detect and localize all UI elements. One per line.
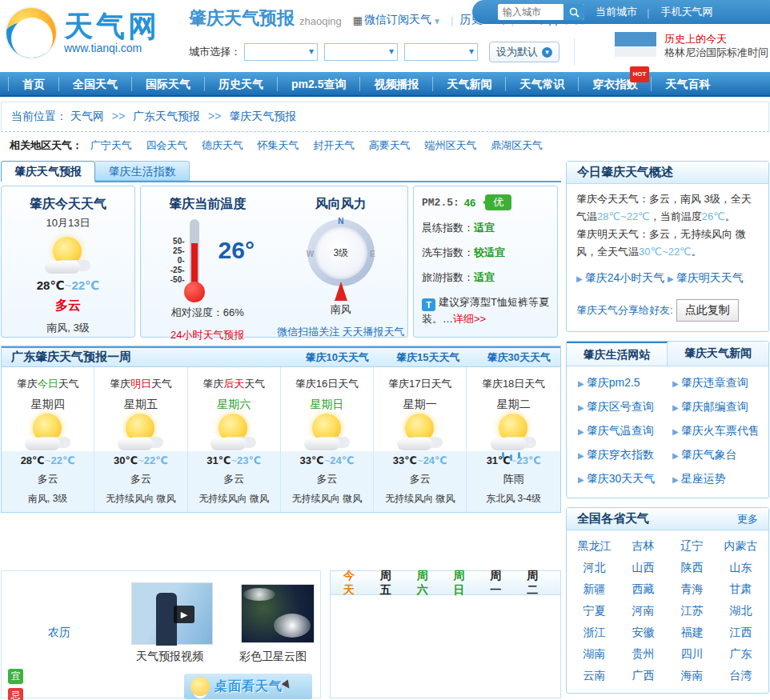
province-link[interactable]: 安徽	[619, 622, 668, 643]
related-link[interactable]: 封开天气	[313, 139, 355, 151]
wechat-subscribe-link[interactable]: 微信订阅天气	[364, 13, 431, 27]
week-column[interactable]: 肇庆16日天气 星期日 33℃~24℃ 多云 无持续风向 微风	[281, 367, 374, 512]
province-link[interactable]: 山东	[716, 557, 765, 578]
breadcrumb-guangdong[interactable]: 广东天气预报	[133, 110, 200, 122]
tab-weather-forecast[interactable]: 肇庆天气预报	[1, 161, 95, 182]
province-link[interactable]: 甘肃	[716, 578, 765, 600]
nav-item-home[interactable]: 首页	[8, 77, 58, 91]
satellite-caption[interactable]: 彩色卫星云图	[239, 650, 307, 664]
province-link[interactable]: 黑龙江	[570, 535, 619, 557]
day-tab-mon[interactable]: 周一	[490, 569, 511, 598]
related-link[interactable]: 怀集天气	[258, 139, 299, 151]
tab-life-sites[interactable]: 肇庆生活网站	[567, 342, 668, 366]
province-link[interactable]: 贵州	[619, 643, 668, 665]
15day-link[interactable]: 肇庆15天天气	[396, 350, 459, 365]
breadcrumb-home[interactable]: 天气网	[70, 110, 104, 122]
province-link[interactable]: 陕西	[668, 557, 716, 578]
province-link[interactable]: 内蒙古	[716, 535, 765, 557]
copy-button[interactable]: 点此复制	[676, 299, 739, 322]
nav-item-international[interactable]: 国际天气	[131, 77, 204, 91]
related-link[interactable]: 四会天气	[146, 139, 187, 151]
nav-item-national[interactable]: 全国天气	[58, 77, 131, 91]
mobile-site-link[interactable]: 手机天气网	[660, 5, 712, 19]
related-link[interactable]: 高要天气	[369, 139, 411, 151]
province-link[interactable]: 新疆	[570, 578, 619, 600]
search-input[interactable]	[498, 4, 563, 20]
province-link[interactable]: 宁夏	[570, 600, 619, 622]
province-link[interactable]: 云南	[570, 665, 619, 686]
week-column[interactable]: 肇庆17日天气 星期一 33℃~24℃ 多云 无持续风向 微风	[374, 367, 467, 512]
history-today-block[interactable]: 历史上的今天 格林尼治国际标准时间	[615, 32, 768, 59]
province-link[interactable]: 湖北	[716, 600, 765, 622]
province-link[interactable]: 河南	[619, 600, 668, 622]
province-link[interactable]: 海南	[668, 665, 716, 686]
breadcrumb-zhaoqing[interactable]: 肇庆天气预报	[229, 110, 296, 122]
province-link[interactable]: 河北	[570, 557, 619, 578]
related-link[interactable]: 鼎湖区天气	[491, 139, 543, 151]
day-tab-sun[interactable]: 周日	[453, 569, 474, 598]
morning-exercise-index[interactable]: 适宜	[474, 222, 495, 234]
more-link[interactable]: 更多	[737, 512, 758, 526]
week-column[interactable]: 肇庆今日天气 星期四 28℃~22℃ 多云 南风, 3级	[2, 367, 94, 512]
site-logo[interactable]: 天气网 www.tianqi.com	[6, 8, 160, 58]
week-column[interactable]: 肇庆18日天气 星期二 31℃~23℃ 阵雨 东北风 3-4级	[467, 367, 559, 512]
province-link[interactable]: 四川	[668, 643, 716, 665]
travel-index[interactable]: 适宜	[474, 271, 495, 283]
nav-item-video[interactable]: 视频播报	[359, 77, 432, 91]
province-link[interactable]: 湖南	[570, 643, 619, 665]
week-column[interactable]: 肇庆后天天气 星期六 31℃~23℃ 多云 无持续风向 微风	[188, 367, 281, 512]
history-today-title[interactable]: 历史上的今天	[664, 32, 768, 46]
related-link[interactable]: 端州区天气	[424, 139, 476, 151]
overview-24h-link[interactable]: ▶肇庆24小时天气	[576, 269, 668, 288]
day-tab-fri[interactable]: 周五	[380, 569, 401, 598]
week-column[interactable]: 肇庆明日天气 星期五 30℃~22℃ 多云 无持续风向 微风	[94, 367, 187, 512]
nav-item-news[interactable]: 天气新闻	[432, 77, 505, 91]
life-link[interactable]: ▶肇庆违章查询	[672, 376, 767, 390]
tab-life-index[interactable]: 肇庆生活指数	[95, 161, 190, 181]
district-select[interactable]	[404, 43, 478, 61]
satellite-thumbnail[interactable]	[241, 584, 315, 643]
life-link[interactable]: ▶肇庆30天天气	[578, 472, 672, 486]
province-select[interactable]	[244, 43, 318, 61]
car-wash-index[interactable]: 较适宜	[474, 246, 505, 258]
current-city-link[interactable]: 当前城市	[596, 5, 637, 19]
10day-link[interactable]: 肇庆10天天气	[306, 350, 369, 365]
nav-item-wiki[interactable]: 天气百科	[651, 77, 724, 91]
province-link[interactable]: 广东	[716, 643, 765, 665]
life-link[interactable]: ▶肇庆火车票代售	[672, 424, 767, 438]
wechat-follow-link[interactable]: 微信扫描关注 天天播报天气	[275, 325, 408, 339]
overview-tomorrow-link[interactable]: ▶肇庆明天天气	[668, 269, 759, 288]
life-link[interactable]: ▶肇庆气象台	[672, 448, 767, 462]
province-link[interactable]: 青海	[668, 578, 716, 600]
30day-link[interactable]: 肇庆30天天气	[487, 350, 551, 365]
search-button[interactable]	[563, 4, 584, 20]
tab-weather-news[interactable]: 肇庆天气新闻	[668, 342, 768, 366]
life-link[interactable]: ▶肇庆pm2.5	[578, 376, 672, 390]
nav-item-pm25[interactable]: pm2.5查询	[277, 77, 359, 91]
nav-item-history[interactable]: 历史天气	[204, 77, 277, 91]
nav-item-dress-index[interactable]: 穿衣指数 HOT	[578, 77, 651, 91]
province-link[interactable]: 福建	[668, 622, 716, 643]
city-select[interactable]	[324, 43, 398, 61]
province-link[interactable]: 山西	[619, 557, 668, 578]
life-link[interactable]: ▶肇庆区号查询	[578, 400, 672, 414]
related-link[interactable]: 德庆天气	[202, 139, 243, 151]
day-tab-today[interactable]: 今天	[343, 569, 364, 598]
province-link[interactable]: 江西	[716, 622, 765, 643]
province-link[interactable]: 广西	[619, 665, 668, 686]
day-tab-tue[interactable]: 周二	[527, 569, 547, 598]
province-link[interactable]: 辽宁	[668, 535, 716, 557]
province-link[interactable]: 台湾	[716, 665, 765, 686]
province-link[interactable]: 吉林	[619, 535, 668, 557]
life-link[interactable]: ▶肇庆气温查询	[578, 424, 672, 438]
province-link[interactable]: 西藏	[619, 578, 668, 600]
set-default-button[interactable]: 设为默认▾	[489, 42, 559, 62]
weather-video-thumbnail[interactable]: ▶	[131, 582, 213, 645]
province-link[interactable]: 江苏	[668, 600, 716, 622]
life-link[interactable]: ▶肇庆邮编查询	[672, 400, 767, 414]
24h-forecast-link[interactable]: 24小时天气预报	[141, 328, 275, 342]
province-link[interactable]: 浙江	[570, 622, 619, 643]
related-link[interactable]: 广宁天气	[90, 139, 132, 151]
day-tab-sat[interactable]: 周六	[417, 569, 438, 598]
desktop-weather-banner[interactable]: 桌面看天气	[184, 674, 312, 699]
